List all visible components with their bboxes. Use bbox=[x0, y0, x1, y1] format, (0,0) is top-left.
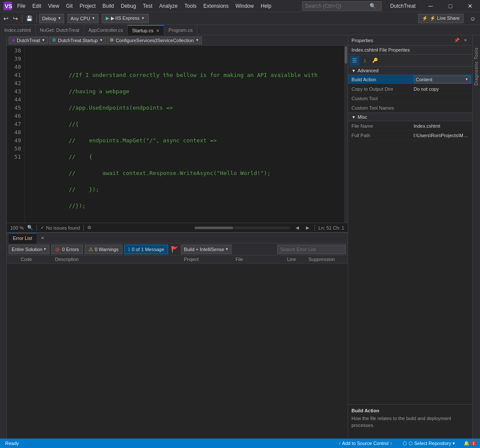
filter-dropdown[interactable]: Build + IntelliSense ▼ bbox=[181, 245, 232, 254]
search-editor-icon[interactable]: 🔍 bbox=[27, 225, 33, 230]
menu-project[interactable]: Project bbox=[76, 1, 99, 11]
message-icon: ℹ bbox=[128, 246, 130, 252]
sort-category-button[interactable]: ☰ bbox=[350, 56, 359, 65]
copy-output-row[interactable]: Copy to Output Dire Do not copy bbox=[348, 84, 472, 94]
error-search-input[interactable] bbox=[277, 245, 346, 254]
properties-close-button[interactable]: ✕ bbox=[462, 37, 469, 44]
section-collapse-icon: ▼ bbox=[352, 68, 356, 73]
sort-alpha-button[interactable]: ↕ bbox=[360, 56, 370, 65]
custom-tool-names-row[interactable]: Custom Tool Names bbox=[348, 103, 472, 113]
menu-test[interactable]: Test bbox=[140, 1, 156, 11]
tab-startup[interactable]: Startup.cs ✕ bbox=[128, 25, 164, 35]
feedback-button[interactable]: ☺ bbox=[467, 15, 478, 22]
build-action-value[interactable]: Content ▼ bbox=[412, 76, 473, 83]
tab-program[interactable]: Program.cs bbox=[164, 25, 197, 35]
platform-dropdown[interactable]: Any CPU ▼ bbox=[67, 14, 98, 23]
menu-tools[interactable]: Tools bbox=[181, 1, 200, 11]
menu-extensions[interactable]: Extensions bbox=[200, 1, 232, 11]
file-name-row[interactable]: File Name Index.cshtml bbox=[348, 121, 472, 131]
save-button[interactable]: 💾 bbox=[24, 15, 34, 21]
col-proj-header[interactable]: Project bbox=[180, 255, 232, 264]
namespace-dropdown[interactable]: ⚙ DutchTreat.Startup ▼ bbox=[49, 37, 106, 44]
flag-button[interactable]: 🚩 bbox=[170, 245, 179, 254]
col-file-header[interactable]: File bbox=[232, 255, 284, 264]
vs-logo: VS bbox=[2, 0, 14, 12]
live-share-icon: ⚡ bbox=[422, 15, 428, 21]
panel-close-button[interactable]: ✕ bbox=[38, 236, 47, 240]
messages-button[interactable]: ℹ 0 of 1 Message bbox=[124, 245, 168, 254]
no-issues: ✓ No issues found bbox=[40, 225, 80, 230]
menu-build[interactable]: Build bbox=[99, 1, 118, 11]
errors-button[interactable]: ⊗ 0 Errors bbox=[51, 245, 83, 254]
tab-appcontroller[interactable]: AppController.cs bbox=[84, 25, 128, 35]
repo-icon: ⬡ bbox=[403, 441, 407, 446]
live-share-button[interactable]: ⚡ ⚡ Live Share bbox=[418, 14, 464, 23]
app-title: DutchTreat bbox=[385, 3, 421, 9]
misc-collapse-icon: ▼ bbox=[352, 115, 356, 120]
file-name-label: File Name bbox=[348, 123, 410, 129]
build-action-row[interactable]: Build Action Content ▼ bbox=[348, 75, 472, 84]
menu-help[interactable]: Help bbox=[257, 1, 275, 11]
custom-tool-names-label: Custom Tool Names bbox=[348, 105, 410, 110]
redo-button[interactable]: ↪ bbox=[11, 15, 20, 22]
warnings-button[interactable]: ⚠ 0 Warnings bbox=[85, 245, 122, 254]
warning-icon: ⚠ bbox=[89, 246, 93, 252]
search-input[interactable] bbox=[305, 3, 370, 9]
error-list-tab[interactable]: Error List bbox=[9, 233, 37, 243]
property-info-title: Build Action bbox=[352, 408, 469, 413]
full-path-label: Full Path bbox=[348, 133, 410, 138]
col-desc-header[interactable]: Description bbox=[52, 255, 180, 264]
scope-dropdown[interactable]: Entire Solution ▼ bbox=[9, 245, 49, 254]
menu-analyze[interactable]: Analyze bbox=[156, 1, 181, 11]
left-sidebar bbox=[0, 35, 7, 439]
property-info-desc: How the file relates to the build and de… bbox=[352, 415, 469, 429]
file-name-value: Index.cshtml bbox=[410, 123, 473, 129]
notification-badge: 1 bbox=[471, 440, 477, 446]
restore-button[interactable]: □ bbox=[440, 0, 460, 12]
diagnostic-tools-label: Diagnostic Tools bbox=[474, 44, 479, 89]
col-line-header[interactable]: Line bbox=[284, 255, 305, 264]
copy-output-value: Do not copy bbox=[410, 86, 473, 92]
bell-icon: 🔔 bbox=[464, 441, 470, 446]
build-action-label: Build Action bbox=[348, 77, 412, 82]
col-supp-header[interactable]: Suppression bbox=[305, 255, 348, 264]
col-code-header[interactable]: Code bbox=[17, 255, 52, 264]
menu-edit[interactable]: Edit bbox=[29, 1, 45, 11]
ready-status: Ready bbox=[0, 439, 24, 448]
misc-section-header[interactable]: ▼ Misc bbox=[348, 113, 472, 121]
property-pages-button[interactable]: 🔑 bbox=[370, 56, 380, 65]
copy-output-label: Copy to Output Dire bbox=[348, 86, 410, 92]
add-to-source-control[interactable]: ↑ Add to Source Control ↑ bbox=[333, 439, 397, 448]
minimize-button[interactable]: ─ bbox=[421, 0, 440, 12]
cursor-position: Ln: 51 Ch: 1 bbox=[318, 225, 344, 230]
svg-text:VS: VS bbox=[5, 3, 12, 9]
project-dropdown[interactable]: ◆ DutchTreat ▼ bbox=[9, 37, 48, 44]
select-repository-button[interactable]: ⬡ ⬡ Select Repository ▾ bbox=[397, 439, 460, 448]
full-path-row[interactable]: Full Path l:\Users\Ron\Projects\MVC\Du bbox=[348, 131, 472, 140]
menu-file[interactable]: File bbox=[14, 1, 29, 11]
menu-window[interactable]: Window bbox=[232, 1, 257, 11]
code-content[interactable]: //If I understand correctly the bellow i… bbox=[25, 46, 344, 223]
zoom-level[interactable]: 100 % bbox=[10, 225, 24, 230]
advanced-section-header[interactable]: ▼ Advanced bbox=[348, 67, 472, 75]
line-numbers: 38 39 40 41 42 43 44 45 46 47 48 49 50 5… bbox=[7, 46, 25, 223]
custom-tool-row[interactable]: Custom Tool bbox=[348, 94, 472, 103]
undo-button[interactable]: ↩ bbox=[2, 15, 10, 22]
filter-icon[interactable]: ⚙ bbox=[87, 225, 92, 230]
tab-nuget[interactable]: NuGet: DutchTreat bbox=[36, 25, 84, 35]
method-dropdown[interactable]: ⚙ ConfigureServices(IServiceCollection ▼ bbox=[107, 37, 202, 44]
close-button[interactable]: ✕ bbox=[460, 0, 480, 12]
tab-index-cshtml[interactable]: Index.cshtml bbox=[0, 25, 36, 35]
menu-debug[interactable]: Debug bbox=[117, 1, 139, 11]
properties-pin-button[interactable]: 📌 bbox=[453, 37, 460, 44]
diagnostic-tools-sidebar[interactable]: Diagnostic Tools bbox=[472, 35, 480, 439]
run-button[interactable]: ▶ ▶ IIS Express ▼ bbox=[102, 14, 149, 23]
full-path-value: l:\Users\Ron\Projects\MVC\Du bbox=[410, 133, 473, 138]
menu-git[interactable]: Git bbox=[63, 1, 76, 11]
notification-bell[interactable]: 🔔 1 bbox=[460, 439, 480, 448]
config-dropdown[interactable]: Debug ▼ bbox=[39, 14, 64, 23]
col-icon-header bbox=[7, 255, 17, 264]
menu-view[interactable]: View bbox=[45, 1, 63, 11]
tab-close-icon[interactable]: ✕ bbox=[156, 28, 159, 33]
properties-title: Properties bbox=[352, 38, 453, 43]
